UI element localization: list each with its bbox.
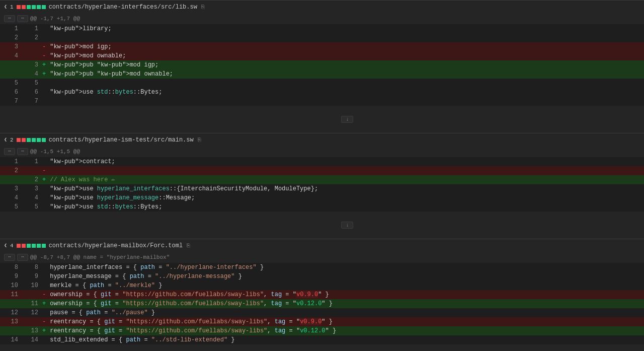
expand-up-button[interactable]: ⋯ — [4, 254, 15, 261]
diff-line: 3 - "kw-pub">mod igp; — [0, 42, 644, 51]
new-line-num: 5 — [20, 79, 40, 88]
old-line-num: 14 — [0, 335, 20, 344]
hunk-header: ⋯ ⋯ @@ -1,5 +1,5 @@ — [0, 146, 644, 157]
expand-bottom-button[interactable]: ↓ — [341, 222, 353, 229]
diff-table: 8 8 hyperlane_interfaces = { path = "../… — [0, 263, 644, 351]
line-content: ownership = { git = "https://github.com/… — [48, 290, 644, 299]
change-dots — [17, 244, 46, 248]
file-header: ❮ 2 contracts/hyperlane-ism-test/src/mai… — [0, 133, 644, 146]
new-line-num: 3 — [20, 184, 40, 193]
expand-down-button[interactable]: ⋯ — [17, 148, 28, 155]
diff-line: 9 9 hyperlane_message = { path = "../hyp… — [0, 272, 644, 281]
new-line-num: 4 — [20, 69, 40, 79]
diff-file-section: ❮ 2 contracts/hyperlane-ism-test/src/mai… — [0, 133, 644, 239]
new-line-num: 5 — [20, 202, 40, 212]
line-sign — [40, 184, 48, 193]
chevron-icon[interactable]: ❮ — [4, 241, 7, 250]
line-sign — [40, 33, 48, 42]
chevron-icon[interactable]: ❮ — [4, 3, 7, 12]
old-line-num: 4 — [0, 51, 20, 60]
new-line-num — [20, 166, 40, 175]
diff-line: 5 5 "kw-pub">use std::bytes::Bytes; — [0, 202, 644, 212]
diff-line: 4 + "kw-pub">pub "kw-pub">mod ownable; — [0, 69, 644, 79]
file-path: contracts/hyperlane-interfaces/src/lib.s… — [49, 3, 197, 12]
old-line-num — [0, 60, 20, 69]
line-sign — [40, 335, 48, 344]
old-line-num: 7 — [0, 97, 20, 106]
line-content: "kw-pub">library; — [48, 24, 644, 33]
diff-line: 11 + ownership = { git = "https://github… — [0, 299, 644, 308]
new-line-num: 1 — [20, 24, 40, 33]
old-line-num — [0, 69, 20, 79]
diff-line: 3 + "kw-pub">pub "kw-pub">mod igp; — [0, 60, 644, 69]
old-line-num: 13 — [0, 317, 20, 326]
diff-line: 3 3 "kw-pub">use hyperlane_interfaces::{… — [0, 184, 644, 193]
diff-line: 2 - — [0, 166, 644, 175]
expand-bottom-button[interactable]: ↓ — [341, 116, 353, 123]
chevron-icon[interactable]: ❮ — [4, 135, 7, 145]
line-sign — [40, 272, 48, 281]
diff-line: 5 5 — [0, 79, 644, 88]
diff-line: 10 10 merkle = { path = "../merkle" } — [0, 281, 644, 290]
copy-icon[interactable]: ⎘ — [187, 241, 190, 250]
diff-line: 4 4 "kw-pub">use hyperlane_message::Mess… — [0, 193, 644, 202]
line-sign: - — [40, 290, 48, 299]
line-sign: + — [40, 69, 48, 79]
line-sign — [40, 193, 48, 202]
new-line-num — [20, 317, 40, 326]
line-content: // Alex was here ✏ — [48, 175, 644, 184]
expand-row: ↓ — [0, 212, 644, 239]
line-content — [48, 33, 644, 42]
line-sign: + — [40, 175, 48, 184]
line-content — [48, 97, 644, 106]
old-line-num: 4 — [0, 193, 20, 202]
file-number: 2 — [10, 135, 14, 145]
hunk-info: @@ -1,7 +1,7 @@ — [30, 14, 80, 23]
file-header: ❮ 4 contracts/hyperlane-mailbox/Forc.tom… — [0, 239, 644, 252]
new-line-num: 7 — [20, 97, 40, 106]
expand-up-button[interactable]: ⋯ — [4, 15, 15, 22]
line-sign — [40, 97, 48, 106]
line-content: hyperlane_message = { path = "../hyperla… — [48, 272, 644, 281]
line-sign: - — [40, 317, 48, 326]
copy-icon[interactable]: ⎘ — [198, 135, 201, 145]
line-content: "kw-pub">mod ownable; — [48, 51, 644, 60]
diff-line: 11 - ownership = { git = "https://github… — [0, 290, 644, 299]
old-line-num: 1 — [0, 157, 20, 166]
file-path: contracts/hyperlane-mailbox/Forc.toml — [49, 241, 183, 250]
line-content: "kw-pub">pub "kw-pub">mod ownable; — [48, 69, 644, 79]
line-sign: + — [40, 326, 48, 335]
line-content: hyperlane_interfaces = { path = "../hype… — [48, 263, 644, 272]
old-line-num: 9 — [0, 272, 20, 281]
old-line-num: 1 — [0, 24, 20, 33]
old-line-num: 6 — [0, 88, 20, 97]
line-content: pause = { path = "../pause" } — [48, 308, 644, 317]
new-line-num: 4 — [20, 193, 40, 202]
diff-line: 6 6 "kw-pub">use std::bytes::Bytes; — [0, 88, 644, 97]
line-sign: + — [40, 299, 48, 308]
new-line-num: 9 — [20, 272, 40, 281]
old-line-num: 2 — [0, 33, 20, 42]
new-line-num — [20, 290, 40, 299]
hunk-header: ⋯ ⋯ @@ -1,7 +1,7 @@ — [0, 13, 644, 24]
expand-down-button[interactable]: ⋯ — [17, 254, 28, 261]
hunk-info: @@ -1,5 +1,5 @@ — [30, 147, 80, 156]
hunk-expand-buttons: ⋯ ⋯ — [4, 254, 28, 261]
new-line-num — [20, 42, 40, 51]
file-path: contracts/hyperlane-ism-test/src/main.sw — [49, 135, 194, 145]
expand-up-button[interactable]: ⋯ — [4, 148, 15, 155]
change-dots — [17, 5, 46, 9]
old-line-num: 12 — [0, 308, 20, 317]
old-line-num: 3 — [0, 42, 20, 51]
diff-line: 12 12 pause = { path = "../pause" } — [0, 308, 644, 317]
copy-icon[interactable]: ⎘ — [201, 3, 205, 12]
expand-down-button[interactable]: ⋯ — [17, 15, 28, 22]
line-content: ownership = { git = "https://github.com/… — [48, 299, 644, 308]
line-sign — [40, 308, 48, 317]
line-content — [48, 166, 644, 175]
diff-line: 7 7 — [0, 97, 644, 106]
diff-line: 2 2 — [0, 33, 644, 42]
diff-line: 4 - "kw-pub">mod ownable; — [0, 51, 644, 60]
old-line-num — [0, 326, 20, 335]
file-header: ❮ 1 contracts/hyperlane-interfaces/src/l… — [0, 0, 644, 13]
